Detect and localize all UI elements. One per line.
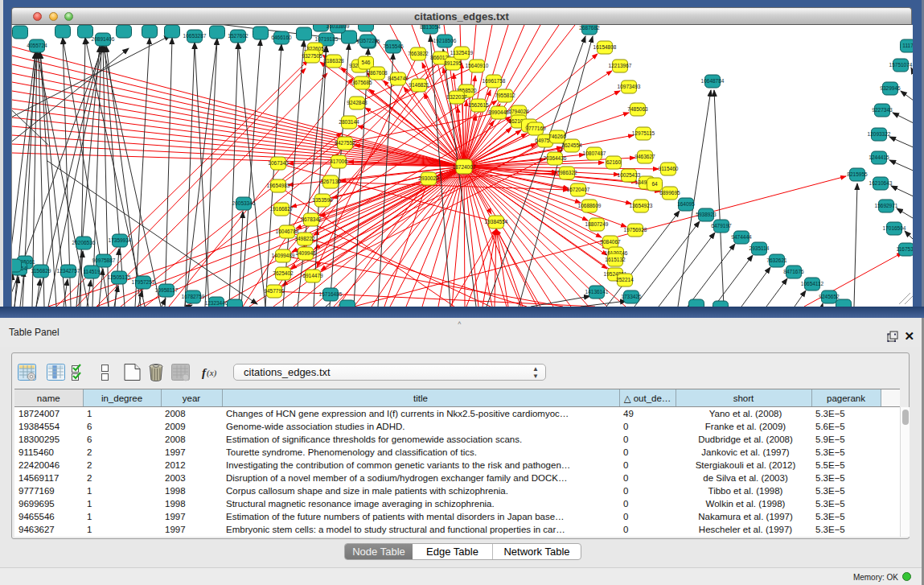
svg-text:20364436: 20364436 xyxy=(544,155,567,161)
svg-text:9463627: 9463627 xyxy=(634,154,655,159)
svg-text:8454749: 8454749 xyxy=(388,76,409,81)
svg-text:3267130: 3267130 xyxy=(320,179,341,184)
svg-text:9227343: 9227343 xyxy=(872,107,893,113)
svg-text:1156829: 1156829 xyxy=(31,268,51,274)
svg-text:13654923: 13654923 xyxy=(630,203,653,208)
svg-text:10648784: 10648784 xyxy=(701,78,725,84)
svg-text:14136141: 14136141 xyxy=(585,289,609,295)
svg-text:252214: 252214 xyxy=(616,277,634,282)
svg-text:16046788: 16046788 xyxy=(276,229,299,234)
svg-text:4055724: 4055724 xyxy=(27,43,47,48)
svg-text:12975115: 12975115 xyxy=(632,130,655,136)
svg-text:9777169: 9777169 xyxy=(525,126,546,131)
svg-text:11325419: 11325419 xyxy=(450,50,474,56)
svg-text:12505135: 12505135 xyxy=(108,274,131,280)
svg-text:18807249: 18807249 xyxy=(585,221,609,227)
svg-text:19756928: 19756928 xyxy=(624,227,647,233)
svg-text:7955812: 7955812 xyxy=(495,93,515,98)
svg-text:9327505: 9327505 xyxy=(302,53,322,59)
svg-text:1615132: 1615132 xyxy=(605,257,626,262)
svg-text:9245652: 9245652 xyxy=(819,294,840,299)
svg-text:10807487: 10807487 xyxy=(583,150,606,156)
svg-text:8813054: 8813054 xyxy=(420,25,441,30)
svg-text:15692971: 15692971 xyxy=(875,203,898,208)
svg-text:8471676: 8471676 xyxy=(783,269,804,274)
svg-text:2867608: 2867608 xyxy=(367,70,388,76)
svg-text:15720407: 15720407 xyxy=(567,187,590,192)
svg-text:6899695: 6899695 xyxy=(659,190,680,196)
svg-text:6914479: 6914479 xyxy=(302,273,323,278)
svg-text:9115460: 9115460 xyxy=(659,166,679,171)
svg-text:2935114: 2935114 xyxy=(749,245,770,251)
svg-text:12213967: 12213967 xyxy=(609,63,632,68)
svg-text:10958117: 10958117 xyxy=(155,287,179,293)
svg-text:1353594: 1353594 xyxy=(312,197,333,203)
svg-text:10654112: 10654112 xyxy=(801,281,824,286)
svg-text:12093322: 12093322 xyxy=(868,131,891,137)
svg-text:16033809: 16033809 xyxy=(326,25,350,29)
svg-text:8186328: 8186328 xyxy=(323,58,344,64)
svg-text:7515546: 7515546 xyxy=(383,43,404,49)
svg-text:7632621: 7632621 xyxy=(766,257,787,263)
svg-text:5938923: 5938923 xyxy=(696,212,717,217)
svg-text:19654983: 19654983 xyxy=(267,183,290,188)
svg-text:1117: 1117 xyxy=(902,43,913,48)
svg-text:8322037: 8322037 xyxy=(446,94,467,100)
svg-text:9329946: 9329946 xyxy=(880,85,901,91)
svg-text:8215955: 8215955 xyxy=(847,171,868,177)
svg-text:9474444: 9474444 xyxy=(731,234,752,240)
svg-text:6794024: 6794024 xyxy=(508,109,529,114)
svg-text:114519: 114519 xyxy=(83,269,101,274)
svg-text:2803144: 2803144 xyxy=(339,119,359,125)
svg-text:164095: 164095 xyxy=(677,201,695,207)
svg-text:15640910: 15640910 xyxy=(466,63,489,68)
svg-text:6479197: 6479197 xyxy=(711,223,732,229)
svg-text:1167534: 1167534 xyxy=(897,246,913,252)
svg-text:17957253: 17957253 xyxy=(132,279,155,285)
svg-text:20206536: 20206536 xyxy=(72,240,96,245)
svg-text:2930023: 2930023 xyxy=(418,175,439,181)
svg-text:9084067: 9084067 xyxy=(600,239,621,245)
svg-text:8678342: 8678342 xyxy=(301,216,322,222)
svg-text:10973493: 10973493 xyxy=(618,84,641,89)
svg-text:1244415: 1244415 xyxy=(869,154,889,160)
svg-text:16210643: 16210643 xyxy=(869,180,893,186)
svg-text:19384554: 19384554 xyxy=(485,219,508,225)
svg-text:546: 546 xyxy=(362,60,371,65)
svg-text:10025433: 10025433 xyxy=(618,172,641,178)
svg-text:1409948: 1409948 xyxy=(295,250,316,256)
svg-text:7357224: 7357224 xyxy=(357,38,378,43)
svg-text:12323446: 12323446 xyxy=(205,300,228,306)
svg-text:10719185: 10719185 xyxy=(315,36,339,42)
svg-text:7986322: 7986322 xyxy=(556,170,577,175)
svg-text:62160: 62160 xyxy=(606,159,621,165)
svg-text:8427552: 8427552 xyxy=(335,140,355,146)
svg-text:10688609: 10688609 xyxy=(578,203,602,208)
svg-text:9457791: 9457791 xyxy=(264,288,285,294)
svg-text:3675685: 3675685 xyxy=(351,80,372,85)
svg-text:1527602: 1527602 xyxy=(228,33,248,39)
svg-text:12342757: 12342757 xyxy=(57,268,80,274)
svg-text:746266: 746266 xyxy=(548,134,566,139)
svg-text:8990448: 8990448 xyxy=(488,109,509,115)
svg-text:17016504: 17016504 xyxy=(883,225,906,231)
svg-text:891295: 891295 xyxy=(444,60,462,66)
svg-text:1562615: 1562615 xyxy=(468,102,489,108)
svg-text:(x): (x) xyxy=(207,368,217,378)
svg-text:1067343: 1067343 xyxy=(268,160,289,166)
svg-text:14099489: 14099489 xyxy=(272,253,295,258)
svg-text:17359934: 17359934 xyxy=(109,237,132,243)
svg-text:90975887: 90975887 xyxy=(92,257,116,263)
svg-text:3624554: 3624554 xyxy=(561,142,582,148)
svg-text:2687682: 2687682 xyxy=(579,25,600,31)
svg-text:6466160: 6466160 xyxy=(271,35,292,40)
svg-text:9146821: 9146821 xyxy=(409,82,429,88)
svg-text:19218506: 19218506 xyxy=(433,38,457,43)
svg-text:3498222: 3498222 xyxy=(294,236,315,241)
svg-text:18724007: 18724007 xyxy=(453,164,476,170)
svg-text:16782759: 16782759 xyxy=(182,294,205,299)
svg-text:1733426: 1733426 xyxy=(621,294,642,299)
svg-text:417006: 417006 xyxy=(330,159,347,164)
svg-text:10653287: 10653287 xyxy=(183,33,207,39)
svg-text:20891406: 20891406 xyxy=(92,36,115,42)
